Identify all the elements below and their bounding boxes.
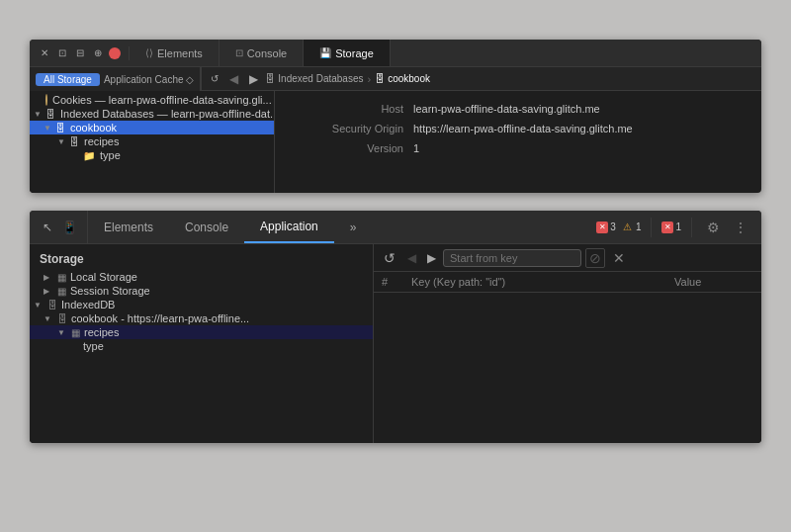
col-hash-header: # bbox=[382, 276, 411, 288]
tab-elements[interactable]: ⟨⟩ Elements bbox=[130, 40, 220, 66]
sidebar-item-cookbook[interactable]: 🗄 cookbook bbox=[30, 121, 274, 134]
sidebar-item-recipes-bottom[interactable]: ▦ recipes bbox=[30, 325, 373, 339]
sidebar-item-local-storage[interactable]: ▦ Local Storage bbox=[30, 270, 373, 284]
bottom-db-content: ↺ ◀ ▶ ⊘ ✕ # Key (Key path: "id") Value bbox=[374, 244, 761, 443]
sidebar-item-cookbook-bottom[interactable]: 🗄 cookbook - https://learn-pwa-offline..… bbox=[30, 311, 373, 325]
bottom-tabs: Elements Console Application » bbox=[88, 211, 586, 243]
version-label: Version bbox=[295, 142, 403, 154]
nav-back-icon: ◀ bbox=[225, 71, 241, 87]
sidebar-item-type[interactable]: 📁 type bbox=[30, 148, 274, 162]
settings-icon[interactable]: ⚙ bbox=[702, 217, 724, 238]
tab-storage[interactable]: 💾 Storage bbox=[304, 40, 391, 66]
dock-icon[interactable]: ⊡ bbox=[55, 46, 69, 60]
security-row: Security Origin https://learn-pwa-offlin… bbox=[295, 123, 742, 134]
tab-application[interactable]: Application bbox=[244, 211, 334, 243]
top-detail-panel: Host learn-pwa-offline-data-saving.glitc… bbox=[275, 91, 761, 193]
clear-search-button: ⊘ bbox=[585, 248, 605, 268]
tab-elements-label: Elements bbox=[157, 47, 203, 59]
recipes-bottom-icon: ▦ bbox=[71, 327, 80, 338]
breadcrumb-bar: ↺ ◀ ▶ 🗄 Indexed Databases › 🗄 cookbook bbox=[201, 67, 761, 91]
start-from-key-input[interactable] bbox=[443, 249, 581, 267]
app-cache-button[interactable]: Application Cache ◇ bbox=[104, 74, 194, 85]
db-forward-btn[interactable]: ▶ bbox=[423, 250, 439, 266]
storage-heading: Storage bbox=[30, 246, 373, 270]
nav-reload-icon[interactable]: ↺ bbox=[208, 72, 221, 86]
sidebar-item-type-bottom[interactable]: type bbox=[30, 339, 373, 353]
sidebar-item-indexed-db[interactable]: 🗄 Indexed Databases — learn-pwa-offline-… bbox=[30, 107, 274, 121]
db-toolbar: ↺ ◀ ▶ ⊘ ✕ bbox=[374, 244, 761, 272]
tab-console-label: Console bbox=[247, 47, 287, 59]
host-row: Host learn-pwa-offline-data-saving.glitc… bbox=[295, 103, 742, 115]
top-devtools-panel: ✕ ⊡ ⊟ ⊕ ⟨⟩ Elements ⊡ Console 💾 Storage … bbox=[30, 40, 761, 193]
top-sidebar: Cookies — learn-pwa-offline-data-saving.… bbox=[30, 91, 275, 193]
elements-icon: ⟨⟩ bbox=[145, 47, 153, 58]
type-icon: 📁 bbox=[83, 150, 95, 161]
error2-badge: ✕ 1 bbox=[661, 222, 681, 233]
badge-separator2 bbox=[691, 218, 692, 237]
tab-console[interactable]: ⊡ Console bbox=[220, 40, 304, 66]
pointer-icon[interactable]: ↖ bbox=[40, 220, 55, 235]
cookbook-bottom-arrow bbox=[44, 314, 53, 323]
breadcrumb-separator: › bbox=[367, 73, 371, 85]
db-back-btn: ◀ bbox=[403, 250, 419, 266]
cookbook-icon: 🗄 bbox=[55, 123, 65, 133]
local-storage-icon: ▦ bbox=[57, 272, 66, 283]
devtools-icons: ↖ 📱 bbox=[30, 211, 88, 243]
more-options-icon[interactable]: ⋮ bbox=[730, 217, 751, 238]
cookbook-arrow bbox=[44, 124, 53, 133]
session-storage-icon: ▦ bbox=[57, 286, 66, 297]
error2-badge-icon: ✕ bbox=[661, 222, 673, 233]
mobile-icon[interactable]: 📱 bbox=[61, 220, 77, 235]
session-storage-arrow bbox=[44, 287, 53, 296]
warning-badge-icon: ⚠ bbox=[622, 222, 634, 233]
top-toolbar-left: ✕ ⊡ ⊟ ⊕ bbox=[30, 46, 130, 60]
indexeddb-arrow bbox=[34, 301, 44, 310]
breadcrumb-cookbook[interactable]: 🗄 cookbook bbox=[375, 73, 430, 84]
error-badge-icon: ✕ bbox=[596, 222, 608, 233]
tab-console-bottom[interactable]: Console bbox=[169, 211, 244, 243]
top-toolbar: ✕ ⊡ ⊟ ⊕ ⟨⟩ Elements ⊡ Console 💾 Storage bbox=[30, 40, 761, 67]
cookbook-bottom-icon: 🗄 bbox=[57, 313, 67, 324]
host-value: learn-pwa-offline-data-saving.glitch.me bbox=[413, 103, 600, 115]
all-storage-button[interactable]: All Storage bbox=[36, 73, 100, 86]
col-value-header: Value bbox=[674, 276, 753, 288]
version-row: Version 1 bbox=[295, 142, 742, 154]
indexeddb-icon: 🗄 bbox=[47, 300, 57, 310]
sidebar-item-indexeddb[interactable]: 🗄 IndexedDB bbox=[30, 298, 373, 311]
nav-forward-icon[interactable]: ▶ bbox=[245, 71, 261, 87]
bottom-main: Storage ▦ Local Storage ▦ Session Storag… bbox=[30, 244, 761, 443]
bottom-sidebar: Storage ▦ Local Storage ▦ Session Storag… bbox=[30, 244, 374, 443]
top-tabs: ⟨⟩ Elements ⊡ Console 💾 Storage bbox=[130, 40, 391, 66]
warning-badge: ⚠ 1 bbox=[622, 222, 642, 233]
dock-bottom-icon[interactable]: ⊟ bbox=[73, 46, 87, 60]
tab-storage-label: Storage bbox=[335, 47, 374, 59]
badge-separator bbox=[651, 218, 652, 237]
sidebar-item-cookies[interactable]: Cookies — learn-pwa-offline-data-saving.… bbox=[30, 93, 274, 107]
local-storage-arrow bbox=[44, 273, 53, 282]
version-value: 1 bbox=[413, 142, 419, 154]
sidebar-item-recipes[interactable]: 🗄 recipes bbox=[30, 134, 274, 148]
more-icon[interactable]: ⊕ bbox=[91, 46, 105, 60]
bottom-toolbar: ↖ 📱 Elements Console Application » ✕ 3 ⚠ bbox=[30, 211, 761, 244]
db-table-header: # Key (Key path: "id") Value bbox=[374, 272, 761, 293]
sidebar-item-session-storage[interactable]: ▦ Session Storage bbox=[30, 284, 373, 298]
indexed-db-arrow bbox=[34, 110, 44, 119]
recipes-icon: 🗄 bbox=[69, 136, 79, 147]
indexed-db-icon: 🗄 bbox=[45, 109, 55, 120]
console-icon: ⊡ bbox=[235, 47, 243, 58]
refresh-button[interactable]: ↺ bbox=[380, 248, 399, 268]
breadcrumb-indexed-db[interactable]: 🗄 Indexed Databases bbox=[265, 73, 363, 84]
tab-more[interactable]: » bbox=[334, 211, 373, 243]
close-icon[interactable]: ✕ bbox=[38, 46, 51, 60]
storage-icon: 💾 bbox=[319, 47, 331, 58]
recipes-arrow bbox=[57, 137, 67, 146]
recipes-bottom-arrow bbox=[57, 328, 67, 337]
error-badge: ✕ 3 bbox=[596, 222, 616, 233]
bottom-devtools-panel: ↖ 📱 Elements Console Application » ✕ 3 ⚠ bbox=[30, 211, 761, 443]
host-label: Host bbox=[295, 103, 403, 115]
security-value: https://learn-pwa-offline-data-saving.gl… bbox=[413, 123, 633, 134]
tab-elements-bottom[interactable]: Elements bbox=[88, 211, 169, 243]
cookie-icon bbox=[45, 94, 47, 106]
record-icon bbox=[109, 47, 121, 59]
close-db-button[interactable]: ✕ bbox=[609, 248, 629, 268]
